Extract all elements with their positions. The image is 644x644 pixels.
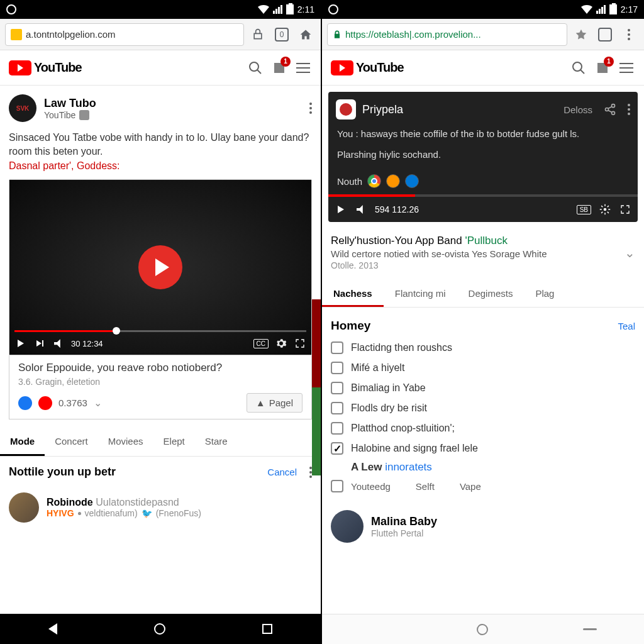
tabs-button[interactable]: 0 bbox=[272, 25, 292, 45]
list-item[interactable]: Mifé a hiyelt bbox=[322, 358, 644, 378]
checkbox[interactable] bbox=[331, 480, 343, 492]
list-item[interactable]: Bimaliag in Yabe bbox=[322, 378, 644, 398]
firefox-icon[interactable] bbox=[386, 174, 400, 188]
url-field[interactable]: a.tontntolpgelion.com bbox=[5, 23, 244, 46]
url-text: a.tontntolpgelion.com bbox=[26, 29, 116, 40]
info-icon[interactable] bbox=[571, 25, 591, 45]
alew-row[interactable]: A Lew innoratets bbox=[322, 458, 644, 476]
tab-elept[interactable]: Elept bbox=[153, 428, 195, 456]
play-icon[interactable] bbox=[14, 337, 27, 350]
facebook-icon[interactable] bbox=[18, 396, 32, 410]
fullscreen-icon[interactable] bbox=[619, 203, 631, 216]
menu-icon[interactable] bbox=[618, 59, 635, 77]
tab-nachess[interactable]: Nachess bbox=[322, 282, 384, 307]
checkbox[interactable] bbox=[331, 422, 343, 435]
progress-bar[interactable] bbox=[328, 194, 638, 197]
site-icon bbox=[11, 29, 22, 40]
twitter-icon: 🐦 bbox=[142, 508, 152, 518]
checkbox[interactable] bbox=[331, 341, 343, 354]
video-player[interactable]: 30 12:34 CC bbox=[9, 179, 312, 355]
share-icon[interactable] bbox=[248, 25, 268, 45]
fullscreen-icon[interactable] bbox=[294, 337, 306, 350]
recent-button[interactable] bbox=[583, 628, 597, 630]
home-icon[interactable] bbox=[296, 25, 316, 45]
search-result[interactable]: Relly'hustion-You App Band 'Pullbuck Wil… bbox=[322, 228, 644, 277]
side-thumbnails[interactable] bbox=[312, 299, 321, 475]
inbox-icon[interactable]: 1 bbox=[594, 59, 611, 77]
browser-url-bar: https://oteblash|.com.provelion... bbox=[322, 19, 644, 50]
user-avatar[interactable] bbox=[331, 510, 364, 543]
post-header: SVK Law Tubo YouTibe bbox=[0, 86, 321, 131]
share-icon[interactable] bbox=[604, 103, 616, 116]
status-icon bbox=[6, 4, 16, 14]
cc-icon[interactable]: CC bbox=[253, 339, 269, 348]
quality-icon[interactable]: SB bbox=[577, 205, 591, 214]
checkbox[interactable] bbox=[331, 362, 343, 374]
channel-avatar[interactable]: SVK bbox=[9, 94, 36, 122]
play-button[interactable] bbox=[138, 245, 182, 289]
user-avatar[interactable] bbox=[9, 492, 39, 523]
post-link[interactable]: Dasnal parter', Goddess: bbox=[9, 160, 119, 171]
clock: 2:17 bbox=[621, 4, 638, 14]
edge-icon[interactable] bbox=[405, 174, 419, 188]
more-icon[interactable] bbox=[619, 25, 639, 45]
battery-icon bbox=[286, 4, 294, 14]
tab-mode[interactable]: Mode bbox=[0, 428, 45, 456]
volume-icon[interactable] bbox=[52, 337, 65, 350]
dark-video-card: Priypela Deloss You : hasways theie coff… bbox=[328, 92, 638, 222]
card-action[interactable]: Deloss bbox=[564, 104, 592, 115]
back-button[interactable] bbox=[48, 623, 57, 635]
list-item[interactable]: Halobine and signg frael lele bbox=[322, 438, 644, 458]
channel-name[interactable]: Law Tubo bbox=[44, 97, 302, 110]
search-icon[interactable] bbox=[247, 59, 264, 77]
video-info: Solor Eppouide, you reave robo notioberd… bbox=[9, 355, 312, 419]
signal-icon bbox=[596, 5, 606, 14]
list-item[interactable]: Platthod cnop-stluition'; bbox=[322, 418, 644, 438]
youtube-share-icon[interactable] bbox=[38, 396, 52, 410]
tabs-button[interactable] bbox=[595, 25, 615, 45]
more-icon[interactable] bbox=[309, 103, 312, 114]
settings-icon[interactable] bbox=[275, 337, 287, 350]
home-button[interactable] bbox=[154, 623, 165, 635]
cancel-link[interactable]: Cancel bbox=[267, 467, 297, 477]
page-button[interactable]: ▲Pagel bbox=[247, 393, 303, 413]
list-item[interactable]: Flactidng then roushcs bbox=[322, 338, 644, 358]
more-icon[interactable] bbox=[628, 104, 630, 115]
tab-stare[interactable]: Stare bbox=[195, 428, 238, 456]
tab-plag[interactable]: Plag bbox=[524, 282, 565, 307]
youtube-play-icon bbox=[331, 60, 353, 75]
tab-concert[interactable]: Concert bbox=[45, 428, 98, 456]
tab-degimests[interactable]: Degimests bbox=[457, 282, 525, 307]
list-item[interactable]: Youteedg Selft Vape bbox=[322, 476, 644, 496]
teal-link[interactable]: Teal bbox=[618, 321, 635, 331]
chevron-down-icon[interactable]: ⌄ bbox=[625, 245, 635, 260]
list-item[interactable]: Flodls dry be risit bbox=[322, 398, 644, 418]
url-field[interactable]: https://oteblash|.com.provelion... bbox=[327, 23, 567, 46]
search-icon[interactable] bbox=[570, 59, 587, 77]
tab-movies[interactable]: Moviees bbox=[98, 428, 153, 456]
svg-point-3 bbox=[606, 108, 609, 111]
volume-icon[interactable] bbox=[355, 203, 367, 216]
svg-point-2 bbox=[612, 104, 615, 108]
android-nav-bar bbox=[0, 614, 321, 644]
next-icon[interactable] bbox=[33, 337, 46, 350]
chevron-down-icon[interactable]: ⌄ bbox=[94, 397, 102, 409]
bottom-user-row[interactable]: Malina Baby Flutteh Pertal bbox=[322, 502, 644, 550]
home-button[interactable] bbox=[477, 624, 488, 635]
youtube-logo[interactable]: YouTube bbox=[331, 60, 404, 75]
card-avatar[interactable] bbox=[336, 99, 356, 119]
settings-icon[interactable] bbox=[599, 203, 611, 216]
play-icon[interactable] bbox=[335, 203, 347, 216]
menu-icon[interactable] bbox=[294, 59, 312, 77]
checkbox[interactable] bbox=[331, 402, 343, 414]
inbox-icon[interactable]: 1 bbox=[270, 59, 288, 77]
chrome-icon[interactable] bbox=[367, 174, 381, 188]
user-row[interactable]: Robinode Uulatonstidepasnd HYIVG veldtie… bbox=[0, 487, 321, 528]
recent-button[interactable] bbox=[262, 624, 272, 634]
checkbox[interactable] bbox=[331, 382, 343, 394]
category-tabs: Mode Concert Moviees Elept Stare bbox=[0, 428, 321, 457]
clock: 2:11 bbox=[297, 4, 314, 14]
tab-flantcing[interactable]: Flantcing mi bbox=[384, 282, 457, 307]
checkbox[interactable] bbox=[331, 442, 343, 455]
youtube-logo[interactable]: YouTube bbox=[9, 60, 82, 75]
